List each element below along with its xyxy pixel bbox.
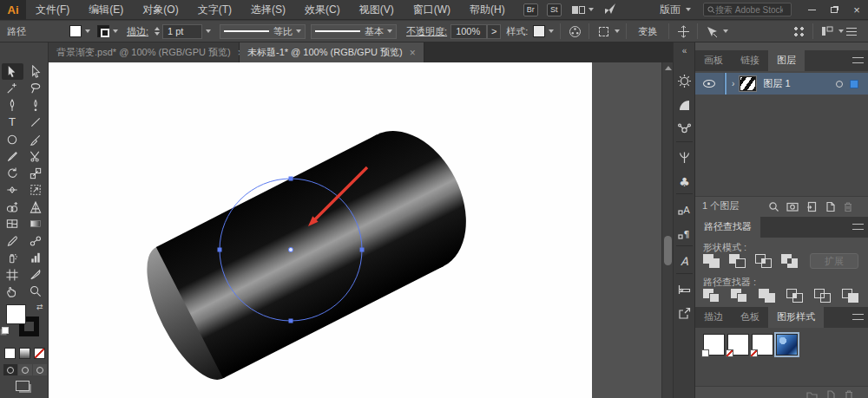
restore-button[interactable] bbox=[823, 0, 845, 20]
tool-pencil[interactable] bbox=[2, 148, 23, 165]
new-layer-icon[interactable] bbox=[823, 199, 837, 213]
gradient-button[interactable] bbox=[19, 348, 30, 359]
chevron-down-icon[interactable] bbox=[549, 29, 554, 33]
delete-style-icon[interactable] bbox=[842, 388, 856, 398]
stroke-weight-field[interactable]: 1 pt bbox=[162, 24, 202, 39]
tool-rotate[interactable] bbox=[2, 165, 23, 181]
tool-gradient[interactable] bbox=[25, 216, 47, 232]
tool-curvature[interactable] bbox=[25, 97, 47, 114]
tool-ellipse[interactable] bbox=[2, 131, 23, 147]
chevron-down-icon[interactable] bbox=[615, 29, 620, 33]
tab-stroke[interactable]: 描边 bbox=[695, 306, 732, 328]
tab-close-icon[interactable]: × bbox=[410, 47, 416, 59]
tool-paintbrush[interactable] bbox=[25, 131, 47, 147]
anchor-point-bottom[interactable] bbox=[289, 319, 293, 323]
arrange-documents-icon[interactable] bbox=[572, 6, 585, 14]
color-panel-icon[interactable] bbox=[674, 70, 695, 91]
menu-select[interactable]: 选择(S) bbox=[241, 0, 295, 20]
style-default[interactable] bbox=[703, 334, 725, 356]
opacity-field[interactable]: 100% bbox=[450, 24, 487, 39]
panel-menu-icon[interactable] bbox=[852, 57, 864, 63]
tab-layers[interactable]: 图层 bbox=[768, 49, 805, 71]
panel-menu-icon[interactable] bbox=[852, 314, 864, 320]
chevron-down-icon[interactable] bbox=[723, 29, 728, 33]
style-swatch[interactable] bbox=[533, 25, 545, 37]
none-button[interactable] bbox=[34, 348, 45, 359]
menu-type[interactable]: 文字(T) bbox=[188, 0, 241, 20]
tab-pathfinder[interactable]: 路径查找器 bbox=[695, 216, 760, 238]
tool-shape-builder[interactable] bbox=[2, 199, 23, 215]
anchor-point-right[interactable] bbox=[360, 248, 365, 252]
document-tab-inactive[interactable]: 背景渐变.psd* @ 100% (RGB/GPU 预览) × bbox=[49, 42, 240, 62]
anchor-point-top[interactable] bbox=[289, 177, 293, 181]
tool-symbol-sprayer[interactable] bbox=[2, 250, 23, 266]
menu-object[interactable]: 对象(O) bbox=[133, 0, 187, 20]
cylinder-shape[interactable] bbox=[130, 112, 489, 392]
tool-selection[interactable] bbox=[2, 63, 23, 80]
make-clipping-mask-icon[interactable] bbox=[786, 199, 799, 213]
minimize-button[interactable] bbox=[800, 0, 823, 20]
brush-definition-dropdown[interactable]: 基本 bbox=[311, 24, 397, 39]
anchor-point-left[interactable] bbox=[218, 248, 222, 252]
tab-graphic-styles[interactable]: 图形样式 bbox=[768, 306, 824, 328]
transform-link[interactable]: 变换 bbox=[638, 25, 657, 38]
fill-color-indicator[interactable] bbox=[6, 304, 26, 324]
merge-button[interactable] bbox=[759, 289, 778, 303]
asset-export-panel-icon[interactable] bbox=[674, 119, 695, 140]
pasteboard[interactable] bbox=[592, 62, 661, 398]
styles-library-icon[interactable] bbox=[805, 388, 819, 398]
scrollbar-thumb[interactable] bbox=[664, 236, 672, 265]
default-fill-stroke-icon[interactable] bbox=[2, 327, 9, 334]
align-objects-icon[interactable] bbox=[675, 23, 691, 39]
tool-lasso[interactable] bbox=[25, 81, 47, 97]
tab-swatches[interactable]: 色板 bbox=[732, 306, 768, 328]
tab-links[interactable]: 链接 bbox=[732, 49, 768, 71]
unite-button[interactable] bbox=[703, 254, 722, 269]
menu-view[interactable]: 视图(V) bbox=[350, 0, 404, 20]
layer-target-icon[interactable] bbox=[836, 81, 843, 88]
menu-file[interactable]: 文件(F) bbox=[26, 0, 79, 20]
tool-type[interactable]: T bbox=[2, 114, 23, 131]
tool-scissors[interactable] bbox=[25, 148, 47, 165]
tool-blend[interactable] bbox=[25, 232, 47, 249]
draw-normal-button[interactable] bbox=[3, 364, 17, 375]
menu-edit[interactable]: 编辑(E) bbox=[79, 0, 133, 20]
search-input[interactable] bbox=[715, 5, 783, 15]
tool-free-transform[interactable] bbox=[25, 182, 47, 199]
center-point[interactable] bbox=[288, 247, 293, 251]
minus-back-button[interactable] bbox=[842, 289, 861, 303]
crop-button[interactable] bbox=[786, 289, 806, 303]
style-no-fill[interactable] bbox=[727, 334, 749, 356]
tool-column-graph[interactable] bbox=[25, 250, 47, 266]
select-similar-icon[interactable] bbox=[595, 23, 611, 39]
visibility-eye-icon[interactable] bbox=[703, 80, 715, 88]
tool-magic-wand[interactable] bbox=[2, 81, 23, 97]
tool-artboard[interactable] bbox=[2, 266, 23, 283]
tool-scale[interactable] bbox=[25, 165, 47, 181]
bridge-button[interactable]: Br bbox=[523, 3, 538, 16]
collapse-panels-button[interactable]: « bbox=[674, 46, 695, 55]
tool-slice[interactable] bbox=[25, 266, 47, 283]
menu-window[interactable]: 窗口(W) bbox=[404, 0, 460, 20]
stock-button[interactable]: St bbox=[547, 3, 562, 16]
width-profile-dropdown[interactable]: 等比 bbox=[220, 24, 306, 39]
outline-button[interactable] bbox=[814, 289, 833, 303]
menu-help[interactable]: 帮助(H) bbox=[460, 0, 515, 20]
new-style-icon[interactable] bbox=[824, 388, 838, 398]
layer-thumbnail[interactable] bbox=[740, 76, 756, 91]
tool-hand[interactable] bbox=[2, 284, 23, 300]
delete-layer-icon[interactable] bbox=[841, 199, 855, 213]
stock-search[interactable] bbox=[703, 3, 792, 16]
export-panel-icon[interactable] bbox=[674, 303, 695, 323]
tool-pen[interactable] bbox=[2, 97, 23, 114]
illustrator-logo[interactable]: Ai bbox=[0, 0, 26, 20]
panel-menu-icon[interactable] bbox=[844, 23, 859, 39]
swap-fill-stroke-icon[interactable]: ⇄ bbox=[36, 303, 43, 311]
new-sublayer-icon[interactable] bbox=[805, 199, 819, 213]
exclude-button[interactable] bbox=[781, 254, 800, 269]
close-button[interactable]: × bbox=[845, 0, 868, 20]
style-no-stroke[interactable] bbox=[752, 334, 773, 356]
paragraph-styles-panel-icon[interactable]: ¶ bbox=[674, 223, 695, 244]
draw-behind-button[interactable] bbox=[18, 364, 32, 375]
workspace-icon[interactable] bbox=[819, 23, 835, 39]
